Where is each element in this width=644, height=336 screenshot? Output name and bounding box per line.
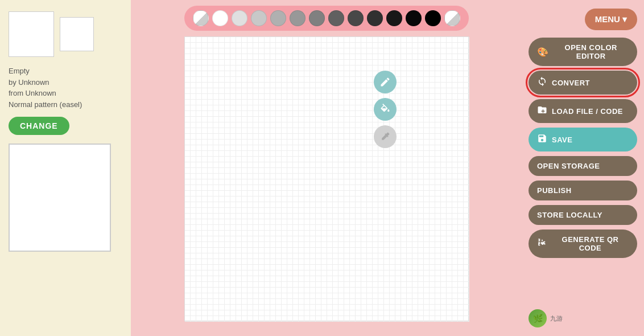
grid-cell[interactable] [424,168,430,174]
grid-cell[interactable] [344,168,350,174]
grid-cell[interactable] [265,151,270,157]
grid-cell[interactable] [202,162,208,168]
grid-cell[interactable] [407,122,412,128]
grid-cell[interactable] [259,259,265,265]
grid-cell[interactable] [225,157,230,162]
grid-cell[interactable] [321,310,327,316]
grid-cell[interactable] [282,288,287,293]
grid-cell[interactable] [265,225,270,231]
grid-cell[interactable] [191,305,196,310]
grid-cell[interactable] [259,65,265,71]
grid-cell[interactable] [213,122,219,128]
grid-cell[interactable] [236,310,242,316]
grid-cell[interactable] [458,105,464,111]
grid-cell[interactable] [293,128,299,134]
grid-cell[interactable] [447,71,452,77]
grid-cell[interactable] [304,288,310,293]
grid-cell[interactable] [338,134,344,140]
grid-cell[interactable] [344,37,350,43]
grid-cell[interactable] [282,214,287,219]
grid-cell[interactable] [458,271,464,276]
grid-cell[interactable] [259,310,265,316]
grid-cell[interactable] [253,83,259,88]
grid-cell[interactable] [185,191,191,196]
grid-cell[interactable] [327,88,333,94]
grid-cell[interactable] [361,122,367,128]
grid-cell[interactable] [418,316,424,322]
grid-cell[interactable] [412,174,418,179]
grid-cell[interactable] [236,214,242,219]
grid-cell[interactable] [447,134,452,140]
grid-cell[interactable] [202,54,208,60]
grid-cell[interactable] [219,77,225,83]
grid-cell[interactable] [310,134,316,140]
grid-cell[interactable] [287,100,293,105]
grid-cell[interactable] [247,77,253,83]
grid-cell[interactable] [378,310,384,316]
grid-cell[interactable] [293,310,299,316]
grid-cell[interactable] [219,196,225,202]
grid-cell[interactable] [299,236,304,242]
grid-cell[interactable] [321,231,327,236]
grid-cell[interactable] [282,157,287,162]
grid-cell[interactable] [310,310,316,316]
grid-cell[interactable] [270,65,276,71]
grid-cell[interactable] [247,151,253,157]
grid-cell[interactable] [236,65,242,71]
grid-cell[interactable] [327,65,333,71]
grid-cell[interactable] [367,88,373,94]
grid-cell[interactable] [344,117,350,122]
grid-cell[interactable] [344,265,350,271]
grid-cell[interactable] [236,37,242,43]
grid-cell[interactable] [230,202,236,208]
grid-cell[interactable] [304,83,310,88]
grid-cell[interactable] [333,231,338,236]
grid-cell[interactable] [458,168,464,174]
grid-cell[interactable] [452,174,458,179]
grid-cell[interactable] [441,231,447,236]
grid-cell[interactable] [287,105,293,111]
grid-cell[interactable] [435,151,441,157]
grid-cell[interactable] [236,174,242,179]
grid-cell[interactable] [367,299,373,305]
grid-cell[interactable] [276,288,282,293]
grid-cell[interactable] [276,151,282,157]
grid-cell[interactable] [344,225,350,231]
grid-cell[interactable] [242,202,247,208]
grid-cell[interactable] [356,208,361,214]
grid-cell[interactable] [418,43,424,48]
grid-cell[interactable] [321,162,327,168]
grid-cell[interactable] [424,48,430,54]
grid-cell[interactable] [265,219,270,225]
grid-cell[interactable] [412,117,418,122]
grid-cell[interactable] [299,100,304,105]
grid-cell[interactable] [242,236,247,242]
grid-cell[interactable] [253,248,259,253]
grid-cell[interactable] [247,128,253,134]
grid-cell[interactable] [452,71,458,77]
grid-cell[interactable] [361,88,367,94]
grid-cell[interactable] [293,231,299,236]
grid-cell[interactable] [236,117,242,122]
grid-cell[interactable] [458,77,464,83]
grid-cell[interactable] [259,248,265,253]
grid-cell[interactable] [299,65,304,71]
grid-cell[interactable] [333,65,338,71]
grid-cell[interactable] [378,191,384,196]
grid-cell[interactable] [287,316,293,322]
grid-cell[interactable] [287,128,293,134]
grid-cell[interactable] [293,145,299,151]
grid-cell[interactable] [259,174,265,179]
grid-cell[interactable] [361,231,367,236]
grid-cell[interactable] [384,310,390,316]
grid-cell[interactable] [191,185,196,191]
grid-cell[interactable] [202,265,208,271]
grid-cell[interactable] [390,179,395,185]
grid-cell[interactable] [191,151,196,157]
grid-cell[interactable] [424,191,430,196]
grid-cell[interactable] [452,310,458,316]
open-color-editor-button[interactable]: 🎨 OPEN COLOR EDITOR [529,38,637,66]
grid-cell[interactable] [253,140,259,145]
grid-cell[interactable] [441,140,447,145]
grid-cell[interactable] [338,162,344,168]
